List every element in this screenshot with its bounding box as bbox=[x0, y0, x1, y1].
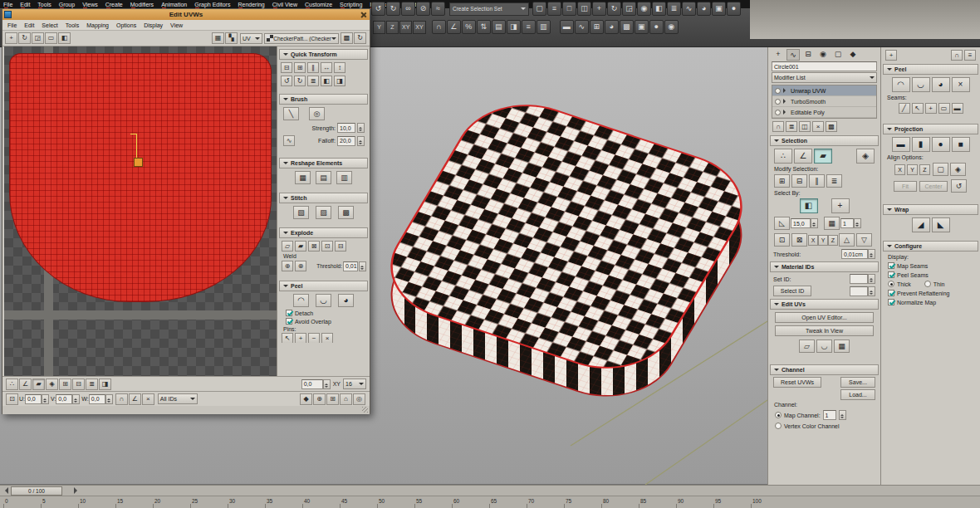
threshold-field[interactable]: 0,01cm bbox=[841, 249, 868, 259]
zoom-icon[interactable]: ⊕ bbox=[313, 393, 326, 405]
curve-editor-icon[interactable]: ∿ bbox=[575, 20, 589, 34]
detach-checkbox[interactable] bbox=[286, 310, 292, 316]
percent-snap-icon[interactable]: % bbox=[462, 20, 476, 34]
curve-editor-icon[interactable]: ∿ bbox=[682, 2, 696, 16]
align-vertical-icon[interactable]: ⊞ bbox=[294, 62, 306, 73]
set-id-field[interactable] bbox=[850, 274, 868, 284]
layer-manager-icon[interactable]: ▥ bbox=[537, 20, 551, 34]
window-menu-item[interactable]: Select bbox=[42, 22, 57, 28]
display-tab-icon[interactable]: ▢ bbox=[831, 49, 845, 61]
planar-map-icon[interactable]: ▬ bbox=[892, 137, 910, 152]
modifier-editable-poly[interactable]: Editable Poly bbox=[772, 107, 876, 118]
modify-tab-icon[interactable]: ∿ bbox=[786, 49, 800, 61]
grid-size-dropdown[interactable]: 16 bbox=[343, 379, 366, 389]
menu-item[interactable]: Graph Editors bbox=[194, 2, 230, 7]
select-and-move-icon[interactable]: + bbox=[592, 2, 606, 16]
previous-frame-button[interactable] bbox=[2, 487, 8, 494]
xy-space-label[interactable]: XY bbox=[333, 381, 341, 387]
relax-icon[interactable]: ▤ bbox=[316, 171, 331, 184]
fit-button[interactable]: Fit bbox=[894, 181, 917, 192]
planar-angle-field[interactable]: 15,0 bbox=[791, 218, 811, 228]
break-by-material-icon[interactable]: ▰ bbox=[295, 241, 306, 252]
edge-selection-to-seams-icon[interactable]: + bbox=[925, 103, 937, 114]
linear-align-icon[interactable]: ∥ bbox=[307, 62, 319, 73]
relax-until-flat-icon[interactable]: ▦ bbox=[295, 171, 311, 184]
schematic-view-icon[interactable]: ⊞ bbox=[590, 20, 604, 34]
weld-selected-icon[interactable]: ⊕ bbox=[282, 261, 293, 271]
all-ids-dropdown[interactable]: All IDs bbox=[158, 393, 198, 404]
select-by-matid-icon[interactable]: ▦ bbox=[824, 217, 840, 230]
graphite-ribbon-icon[interactable]: ▬ bbox=[560, 20, 574, 34]
bind-to-space-warp-icon[interactable]: ≈ bbox=[431, 2, 445, 16]
select-id-field[interactable] bbox=[850, 286, 868, 296]
axis-constraint-button[interactable]: Z bbox=[386, 21, 399, 34]
visibility-bulb-icon[interactable] bbox=[775, 99, 781, 105]
shrink-selection-icon[interactable]: ⊟ bbox=[72, 379, 85, 390]
reset-projection-icon[interactable]: ↺ bbox=[951, 179, 967, 193]
spinner[interactable] bbox=[868, 286, 875, 296]
align-to-view-icon[interactable]: ▢ bbox=[933, 163, 948, 176]
center-button[interactable]: Center bbox=[919, 181, 948, 192]
select-by-smoothing-icon[interactable]: ⊡ bbox=[774, 233, 790, 247]
rendered-frame-window-icon[interactable]: ▣ bbox=[635, 20, 649, 34]
reshape-elements-rollout-header[interactable]: Reshape Elements bbox=[279, 158, 368, 169]
select-id-button[interactable]: Select ID bbox=[773, 286, 811, 296]
stitch-custom-icon[interactable]: ▧ bbox=[293, 206, 309, 219]
axis-constraint-button[interactable]: XY bbox=[399, 21, 412, 34]
snap-toggle-icon[interactable]: ∩ bbox=[432, 20, 446, 34]
window-menu-item[interactable]: Tools bbox=[66, 22, 79, 28]
remove-modifier-icon[interactable]: × bbox=[812, 121, 824, 132]
save-uvws-button[interactable]: Save... bbox=[840, 377, 875, 388]
falloff-curve-icon[interactable]: ∿ bbox=[283, 135, 295, 146]
rotate-icon[interactable]: ↻ bbox=[18, 32, 31, 44]
close-icon[interactable] bbox=[360, 12, 367, 18]
axis-up-icon[interactable]: △ bbox=[839, 233, 855, 247]
configure-rollout-header[interactable]: Configure bbox=[883, 241, 978, 252]
configure-modifier-sets-icon[interactable]: ▩ bbox=[826, 121, 837, 132]
open-uv-editor-button[interactable]: Open UV Editor... bbox=[775, 312, 874, 323]
grow-selection-icon[interactable]: ⊞ bbox=[59, 379, 71, 390]
render-production-icon[interactable]: ● bbox=[649, 20, 664, 34]
expand-arrow-icon[interactable] bbox=[783, 99, 788, 104]
stitch-to-source-icon[interactable]: ▩ bbox=[338, 206, 354, 219]
spinner[interactable] bbox=[105, 394, 113, 404]
show-map-icon[interactable]: ▚ bbox=[225, 32, 238, 44]
target-weld-icon[interactable]: ⊗ bbox=[295, 261, 306, 271]
show-end-result-icon[interactable]: ≣ bbox=[786, 121, 797, 132]
object-name-field[interactable]: Circle001 bbox=[772, 61, 877, 71]
matid-field[interactable]: 1 bbox=[840, 218, 854, 228]
ignore-backfacing-icon[interactable]: ◨ bbox=[99, 379, 111, 390]
uv-editor-canvas[interactable] bbox=[4, 46, 277, 376]
split-icon[interactable]: ⊟ bbox=[335, 241, 346, 252]
create-selection-set-dropdown[interactable]: Create Selection Set bbox=[449, 2, 529, 16]
clear-pins-icon[interactable]: × bbox=[321, 333, 333, 343]
axis-z-button[interactable]: Z bbox=[828, 235, 838, 246]
add-pin-icon[interactable]: + bbox=[295, 333, 306, 343]
rendered-frame-window-icon[interactable]: ▣ bbox=[712, 2, 726, 16]
reset-uvws-button[interactable]: Reset UVWs bbox=[773, 377, 821, 388]
select-by-uv-icon[interactable]: ⊠ bbox=[791, 233, 807, 247]
cylindrical-map-icon[interactable]: ▮ bbox=[912, 137, 930, 152]
menu-item[interactable]: Rendering bbox=[238, 2, 264, 7]
lock-icon[interactable]: ∩ bbox=[115, 393, 128, 405]
relax-brush-icon[interactable]: ◎ bbox=[309, 107, 325, 120]
window-menu-item[interactable]: Display bbox=[144, 22, 163, 28]
selected-vertex-handle[interactable] bbox=[134, 158, 143, 167]
rotate-cw-icon[interactable]: ↻ bbox=[294, 76, 306, 86]
align-z-button[interactable]: Z bbox=[919, 164, 930, 175]
wrap-rollout-header[interactable]: Wrap bbox=[883, 204, 978, 215]
spline-wrap-icon[interactable]: ◣ bbox=[932, 217, 950, 232]
expand-arrow-icon[interactable] bbox=[783, 110, 788, 115]
quick-peel-icon[interactable]: ◡ bbox=[316, 294, 331, 307]
menu-item[interactable]: File bbox=[3, 2, 12, 7]
make-unique-icon[interactable]: ◫ bbox=[799, 121, 811, 132]
spinner[interactable] bbox=[357, 136, 365, 146]
menu-item[interactable]: Civil View bbox=[272, 2, 297, 7]
zoom-region-icon[interactable]: ⊞ bbox=[326, 393, 339, 405]
peel-seams-checkbox[interactable] bbox=[888, 271, 894, 278]
angle-snap-icon[interactable]: ∠ bbox=[129, 393, 141, 405]
window-menu-item[interactable]: View bbox=[170, 22, 183, 28]
convert-to-seams-icon[interactable]: ▬ bbox=[952, 103, 963, 114]
tweak-in-view-button[interactable]: Tweak In View bbox=[775, 325, 874, 336]
reset-peel-icon[interactable]: × bbox=[952, 77, 970, 92]
